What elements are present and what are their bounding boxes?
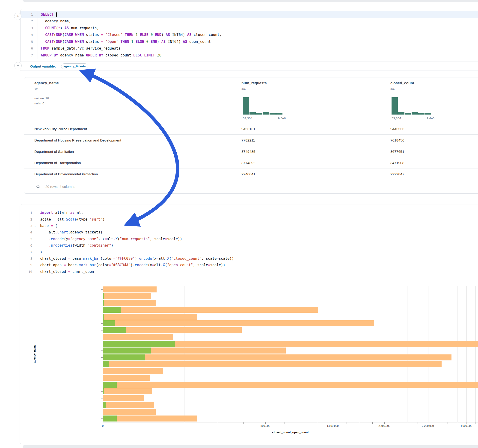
code-line-7[interactable]: 7GROUP BY agency_name ORDER BY closed_co… [20,52,478,59]
y-tick-mark [101,405,103,405]
open-count-bar[interactable] [103,293,104,299]
table-row[interactable]: Department of Environmental Protection22… [24,168,478,180]
sql-code-editor[interactable]: 1⌄SELECT 2 agency_name,3 COUNT(*) AS num… [20,11,478,59]
open-count-bar[interactable] [103,348,151,354]
open-count-bar[interactable] [103,327,126,333]
add-cell-button-middle[interactable]: + [14,62,22,69]
closed-count-bar[interactable] [103,293,151,299]
open-count-bar[interactable] [103,355,145,361]
code-line-8[interactable]: 8chart_closed = base.mark_bar(color="#FF… [20,255,478,262]
search-icon[interactable] [36,185,40,189]
histogram-labels-closed-count: 53,304 9.4e6 [391,117,434,120]
open-count-bar[interactable] [103,388,104,394]
closed-count-bar[interactable] [103,300,156,306]
code-line-1[interactable]: 1import altair as alt [20,210,478,216]
closed-count-bar[interactable] [103,307,318,313]
gridline [318,286,318,422]
open-count-bar[interactable] [103,320,115,326]
code-line-9[interactable]: 9chart_open = base.mark_bar(color="#8BC3… [20,262,478,268]
gridline [347,286,347,422]
code-line-3[interactable]: 3 COUNT(*) AS num_requests, [20,25,478,31]
chart-plot-area[interactable] [103,286,478,422]
open-count-bar[interactable] [103,361,109,367]
closed-count-bar[interactable] [103,314,197,320]
table-row[interactable]: Department of Sanitation37494853677651 [24,146,478,157]
histogram-bar [256,113,262,115]
code-line-4[interactable]: 4 alt.Chart(agency_tickets) [20,229,478,236]
nulls-count: nulls: 0 [34,101,49,106]
closed-count-bar[interactable] [103,402,154,408]
open-count-bar[interactable] [103,300,104,306]
histogram-bar [270,113,276,115]
table-cell: Department of Sanitation [34,146,74,157]
x-tick-mark [346,423,347,424]
table-cell: 9453131 [241,123,255,135]
histogram-bar [243,97,249,115]
closed-count-bar[interactable] [103,355,452,361]
code-text: FROM sample_data.nyc.service_requests [38,45,478,52]
closed-count-bar[interactable] [103,395,144,401]
code-text: scale = alt.Scale(type="sqrt") [37,216,478,222]
code-line-2[interactable]: 2 agency_name, [20,18,478,25]
code-line-6[interactable]: 6FROM sample_data.nyc.service_requests [20,45,478,52]
column-header-agency-name[interactable]: agency_name [34,81,59,85]
closed-count-bar[interactable] [103,334,173,340]
table-row[interactable]: Department of Housing Preservation and D… [24,134,478,146]
fold-chevron-icon[interactable]: ⌄ [34,13,38,16]
code-line-5[interactable]: 5 .encode(y="agency_name", x=alt.X("num_… [20,236,478,242]
open-count-bar[interactable] [103,341,175,347]
closed-count-bar[interactable] [103,286,157,292]
output-variable-row: Output variable: agency_tickets [20,62,478,71]
gridline [475,286,476,422]
code-line-7[interactable]: 7) [20,249,478,255]
closed-count-bar[interactable] [103,409,156,415]
table-cell: 2222847 [390,168,404,180]
column-header-num-requests[interactable]: num_requests [241,81,267,85]
histogram-bar [398,112,404,115]
closed-count-bar[interactable] [103,375,150,381]
dataframe-preview-table: agency_name str unique: 20 nulls: 0 num_… [24,77,478,193]
column-header-closed-count[interactable]: closed_count [390,81,414,85]
table-cell: 9443533 [390,123,404,135]
add-cell-button-top[interactable]: + [14,13,21,20]
code-text: chart_closed = base.mark_bar(color="#FFC… [37,255,478,262]
gridline [333,286,333,422]
closed-count-bar[interactable] [103,361,441,367]
histogram-closed-count[interactable] [391,97,431,115]
y-tick-mark [101,371,103,371]
code-line-2[interactable]: 2scale = alt.Scale(type="sqrt") [20,216,478,222]
gridline [396,286,396,422]
histogram-bar [418,113,425,115]
open-count-bar[interactable] [103,382,117,388]
code-text: GROUP BY agency_name ORDER BY closed_cou… [38,52,478,59]
histogram-num-requests[interactable] [243,97,283,115]
gridline [285,286,285,422]
output-variable-pill[interactable]: agency_tickets [61,63,88,69]
code-text: chart_open = base.mark_bar(color="#8BC34… [37,262,478,268]
closed-count-bar[interactable] [103,382,478,388]
code-line-3[interactable]: 3⌄base = ( [20,223,478,229]
closed-count-bar[interactable] [103,320,374,326]
closed-count-bar[interactable] [103,368,163,374]
code-line-10[interactable]: 10chart_closed + chart_open [20,268,478,275]
code-output-divider [20,279,478,279]
table-row[interactable]: New York City Police Department945313194… [24,123,478,134]
table-row[interactable]: Department of Transportation377489234719… [24,157,478,168]
fold-chevron-icon[interactable]: ⌄ [33,224,37,227]
closed-count-bar[interactable] [103,416,197,422]
open-count-bar[interactable] [103,307,121,313]
code-line-1[interactable]: 1⌄SELECT [20,11,478,18]
open-count-bar[interactable] [103,416,117,422]
gridline [266,286,266,422]
open-count-bar[interactable] [103,314,104,320]
code-line-5[interactable]: 5 CAST(SUM(CASE WHEN status = 'Open' THE… [20,38,478,45]
open-count-bar[interactable] [103,402,106,408]
code-line-4[interactable]: 4 CAST(SUM(CASE WHEN status = 'Closed' T… [20,31,478,38]
python-code-editor[interactable]: 1import altair as alt2scale = alt.Scale(… [20,210,478,275]
text-cursor [56,12,57,17]
table-cell: Department of Transportation [34,157,81,168]
y-tick-mark [101,378,103,378]
closed-count-bar[interactable] [103,388,152,394]
code-line-6[interactable]: 6 .properties(width="container") [20,242,478,249]
gridline [360,286,360,422]
